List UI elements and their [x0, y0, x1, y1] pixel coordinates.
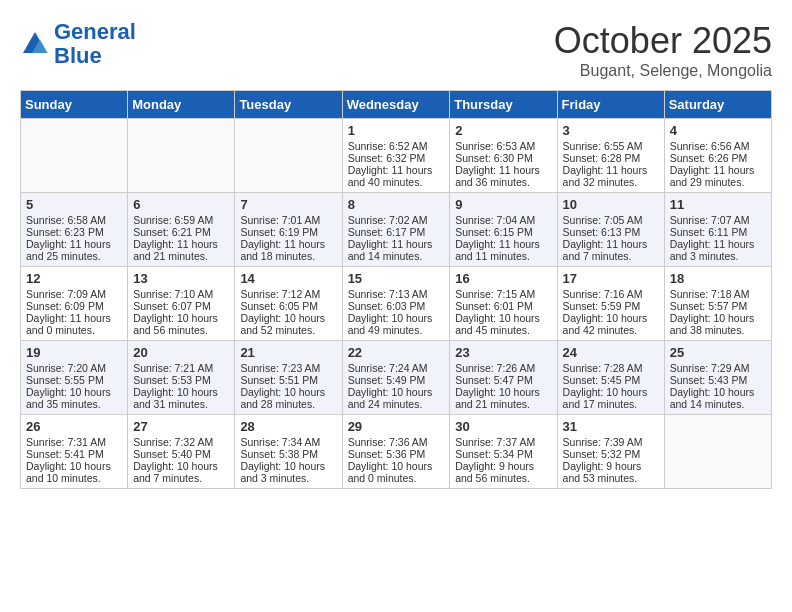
- calendar-cell: 6Sunrise: 6:59 AMSunset: 6:21 PMDaylight…: [128, 193, 235, 267]
- day-number: 29: [348, 419, 445, 434]
- week-row-3: 12Sunrise: 7:09 AMSunset: 6:09 PMDayligh…: [21, 267, 772, 341]
- day-info: Sunset: 5:36 PM: [348, 448, 445, 460]
- day-info: Daylight: 9 hours and 56 minutes.: [455, 460, 551, 484]
- day-info: Sunrise: 7:26 AM: [455, 362, 551, 374]
- day-info: Sunset: 6:11 PM: [670, 226, 766, 238]
- day-info: Sunset: 5:47 PM: [455, 374, 551, 386]
- calendar-cell: 16Sunrise: 7:15 AMSunset: 6:01 PMDayligh…: [450, 267, 557, 341]
- calendar-cell: [235, 119, 342, 193]
- day-info: Daylight: 10 hours and 31 minutes.: [133, 386, 229, 410]
- calendar-cell: [664, 415, 771, 489]
- day-info: Sunrise: 7:12 AM: [240, 288, 336, 300]
- day-info: Daylight: 11 hours and 0 minutes.: [26, 312, 122, 336]
- day-info: Daylight: 11 hours and 40 minutes.: [348, 164, 445, 188]
- day-info: Sunrise: 7:07 AM: [670, 214, 766, 226]
- day-header-thursday: Thursday: [450, 91, 557, 119]
- day-info: Sunrise: 6:53 AM: [455, 140, 551, 152]
- day-number: 6: [133, 197, 229, 212]
- week-row-1: 1Sunrise: 6:52 AMSunset: 6:32 PMDaylight…: [21, 119, 772, 193]
- day-info: Sunrise: 7:31 AM: [26, 436, 122, 448]
- day-info: Sunrise: 7:23 AM: [240, 362, 336, 374]
- day-number: 30: [455, 419, 551, 434]
- day-number: 10: [563, 197, 659, 212]
- day-info: Sunset: 5:49 PM: [348, 374, 445, 386]
- day-info: Daylight: 10 hours and 45 minutes.: [455, 312, 551, 336]
- day-info: Daylight: 11 hours and 25 minutes.: [26, 238, 122, 262]
- day-header-saturday: Saturday: [664, 91, 771, 119]
- day-info: Sunrise: 7:18 AM: [670, 288, 766, 300]
- calendar-cell: 8Sunrise: 7:02 AMSunset: 6:17 PMDaylight…: [342, 193, 450, 267]
- calendar-cell: 30Sunrise: 7:37 AMSunset: 5:34 PMDayligh…: [450, 415, 557, 489]
- day-info: Sunrise: 7:21 AM: [133, 362, 229, 374]
- day-info: Daylight: 10 hours and 49 minutes.: [348, 312, 445, 336]
- day-info: Sunrise: 7:02 AM: [348, 214, 445, 226]
- logo-icon: [20, 29, 50, 59]
- day-number: 15: [348, 271, 445, 286]
- day-info: Daylight: 11 hours and 11 minutes.: [455, 238, 551, 262]
- week-row-5: 26Sunrise: 7:31 AMSunset: 5:41 PMDayligh…: [21, 415, 772, 489]
- logo: General Blue: [20, 20, 136, 68]
- day-info: Daylight: 10 hours and 52 minutes.: [240, 312, 336, 336]
- day-info: Daylight: 11 hours and 32 minutes.: [563, 164, 659, 188]
- day-info: Sunset: 6:03 PM: [348, 300, 445, 312]
- day-number: 28: [240, 419, 336, 434]
- day-info: Sunset: 6:19 PM: [240, 226, 336, 238]
- day-info: Daylight: 10 hours and 38 minutes.: [670, 312, 766, 336]
- day-info: Sunset: 5:32 PM: [563, 448, 659, 460]
- day-info: Sunrise: 6:58 AM: [26, 214, 122, 226]
- day-info: Sunset: 5:41 PM: [26, 448, 122, 460]
- header-row: SundayMondayTuesdayWednesdayThursdayFrid…: [21, 91, 772, 119]
- day-info: Sunset: 5:43 PM: [670, 374, 766, 386]
- day-info: Sunrise: 7:10 AM: [133, 288, 229, 300]
- day-info: Daylight: 11 hours and 36 minutes.: [455, 164, 551, 188]
- day-info: Sunset: 5:55 PM: [26, 374, 122, 386]
- day-number: 17: [563, 271, 659, 286]
- day-info: Sunset: 6:28 PM: [563, 152, 659, 164]
- day-info: Daylight: 11 hours and 7 minutes.: [563, 238, 659, 262]
- day-info: Sunset: 6:32 PM: [348, 152, 445, 164]
- day-info: Sunrise: 7:16 AM: [563, 288, 659, 300]
- day-info: Sunrise: 7:05 AM: [563, 214, 659, 226]
- day-info: Sunset: 6:13 PM: [563, 226, 659, 238]
- day-info: Sunset: 5:40 PM: [133, 448, 229, 460]
- calendar-cell: 11Sunrise: 7:07 AMSunset: 6:11 PMDayligh…: [664, 193, 771, 267]
- day-info: Sunrise: 7:04 AM: [455, 214, 551, 226]
- day-info: Daylight: 10 hours and 35 minutes.: [26, 386, 122, 410]
- calendar-cell: 3Sunrise: 6:55 AMSunset: 6:28 PMDaylight…: [557, 119, 664, 193]
- calendar-cell: 20Sunrise: 7:21 AMSunset: 5:53 PMDayligh…: [128, 341, 235, 415]
- day-info: Daylight: 10 hours and 0 minutes.: [348, 460, 445, 484]
- day-number: 8: [348, 197, 445, 212]
- day-number: 27: [133, 419, 229, 434]
- calendar-cell: 7Sunrise: 7:01 AMSunset: 6:19 PMDaylight…: [235, 193, 342, 267]
- day-info: Sunset: 6:09 PM: [26, 300, 122, 312]
- day-info: Sunset: 5:59 PM: [563, 300, 659, 312]
- calendar-cell: 9Sunrise: 7:04 AMSunset: 6:15 PMDaylight…: [450, 193, 557, 267]
- day-number: 18: [670, 271, 766, 286]
- day-info: Daylight: 11 hours and 18 minutes.: [240, 238, 336, 262]
- day-info: Sunset: 5:45 PM: [563, 374, 659, 386]
- day-info: Sunrise: 7:39 AM: [563, 436, 659, 448]
- location: Bugant, Selenge, Mongolia: [554, 62, 772, 80]
- calendar-cell: 10Sunrise: 7:05 AMSunset: 6:13 PMDayligh…: [557, 193, 664, 267]
- day-info: Daylight: 10 hours and 28 minutes.: [240, 386, 336, 410]
- day-number: 23: [455, 345, 551, 360]
- day-header-monday: Monday: [128, 91, 235, 119]
- day-number: 9: [455, 197, 551, 212]
- day-number: 19: [26, 345, 122, 360]
- day-info: Daylight: 10 hours and 7 minutes.: [133, 460, 229, 484]
- day-info: Sunset: 6:21 PM: [133, 226, 229, 238]
- day-number: 25: [670, 345, 766, 360]
- day-number: 26: [26, 419, 122, 434]
- title-block: October 2025 Bugant, Selenge, Mongolia: [554, 20, 772, 80]
- calendar-cell: 4Sunrise: 6:56 AMSunset: 6:26 PMDaylight…: [664, 119, 771, 193]
- day-info: Daylight: 11 hours and 14 minutes.: [348, 238, 445, 262]
- day-number: 3: [563, 123, 659, 138]
- day-info: Sunrise: 7:20 AM: [26, 362, 122, 374]
- day-info: Sunset: 6:07 PM: [133, 300, 229, 312]
- day-info: Sunrise: 7:15 AM: [455, 288, 551, 300]
- day-number: 21: [240, 345, 336, 360]
- day-info: Sunset: 5:53 PM: [133, 374, 229, 386]
- day-info: Daylight: 10 hours and 24 minutes.: [348, 386, 445, 410]
- calendar-cell: 13Sunrise: 7:10 AMSunset: 6:07 PMDayligh…: [128, 267, 235, 341]
- day-info: Sunset: 6:15 PM: [455, 226, 551, 238]
